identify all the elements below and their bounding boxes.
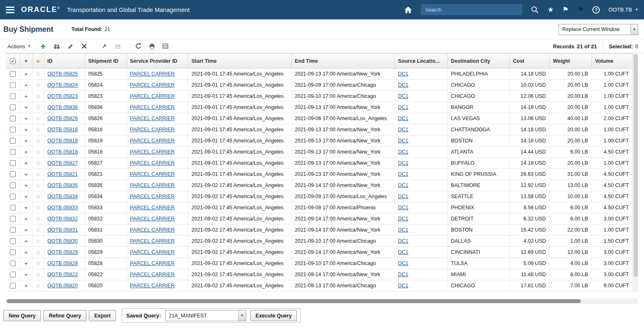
service-provider-link[interactable]: PARCEL CARRIER (130, 238, 175, 244)
table-row[interactable]: + ☆ OOTB.05825 05825 PARCEL CARRIER 2021… (6, 69, 632, 80)
table-row[interactable]: + ☆ OOTB.05818 05818 PARCEL CARRIER 2021… (6, 147, 632, 158)
shipment-id-link[interactable]: OOTB.05834 (48, 194, 78, 199)
table-row[interactable]: + ☆ OOTB.05823 05823 PARCEL CARRIER 2021… (6, 91, 632, 102)
table-row[interactable]: + ☆ OOTB.05824 05824 PARCEL CARRIER 2021… (6, 80, 632, 91)
home-icon[interactable] (404, 6, 412, 14)
delete-icon[interactable] (79, 41, 90, 51)
row-checkbox[interactable] (10, 216, 16, 222)
favorite-star-icon[interactable]: ☆ (36, 160, 41, 166)
expand-row-icon[interactable]: + (24, 160, 28, 166)
select-all-header[interactable]: ✓ (6, 54, 20, 69)
column-header-shipment-id[interactable]: Shipment ID (85, 54, 126, 69)
vertical-scrollbar[interactable] (632, 53, 638, 291)
actions-menu-button[interactable]: Actions ▼ (6, 43, 33, 50)
shipment-id-link[interactable]: OOTB.05816 (48, 127, 78, 133)
search-icon[interactable] (531, 6, 539, 14)
select-all-checkbox[interactable]: ✓ (10, 58, 16, 64)
expand-row-icon[interactable]: + (24, 182, 28, 189)
service-provider-link[interactable]: PARCEL CARRIER (130, 194, 175, 199)
source-location-link[interactable]: DC1 (398, 238, 409, 244)
table-row[interactable]: + ☆ OOTB.05816 05816 PARCEL CARRIER 2021… (6, 124, 632, 135)
table-row[interactable]: + ☆ OOTB.05820 05820 PARCEL CARRIER 2021… (6, 280, 632, 291)
favorite-star-icon[interactable]: ☆ (36, 282, 41, 289)
row-checkbox[interactable] (10, 127, 16, 133)
service-provider-link[interactable]: PARCEL CARRIER (130, 182, 175, 188)
edit-pencil-icon[interactable] (65, 41, 76, 51)
expand-row-icon[interactable]: + (24, 216, 28, 222)
expand-row-icon[interactable]: + (24, 249, 28, 256)
shipment-id-link[interactable]: OOTB.05822 (48, 272, 78, 277)
refresh-icon[interactable] (133, 41, 144, 51)
row-checkbox[interactable] (10, 149, 16, 155)
help-icon[interactable]: ? (592, 6, 600, 14)
service-provider-link[interactable]: PARCEL CARRIER (130, 116, 175, 121)
expand-row-icon[interactable]: + (24, 283, 28, 289)
expand-all-icon[interactable]: + (24, 58, 28, 64)
table-row[interactable]: + ☆ OOTB.05826 05826 PARCEL CARRIER 2021… (6, 113, 632, 124)
chevron-down-icon[interactable]: ▼ (630, 24, 638, 35)
tools-wrench-icon[interactable] (99, 41, 110, 51)
table-row[interactable]: + ☆ OOTB.05831 05831 PARCEL CARRIER 2021… (6, 225, 632, 236)
service-provider-link[interactable]: PARCEL CARRIER (130, 283, 175, 289)
user-menu[interactable]: OOTB.TB ▼ (608, 7, 638, 13)
shipment-id-link[interactable]: OOTB.05829 (48, 249, 78, 255)
find-binoculars-icon[interactable] (52, 41, 62, 51)
favorite-star-icon[interactable]: ☆ (36, 238, 41, 244)
table-row[interactable]: + ☆ OOTB.05819 05819 PARCEL CARRIER 2021… (6, 135, 632, 147)
row-checkbox[interactable] (10, 93, 16, 99)
row-checkbox[interactable] (10, 116, 16, 121)
source-location-link[interactable]: DC1 (398, 116, 409, 121)
execute-query-button[interactable]: Execute Query (250, 310, 297, 321)
column-header-destination-city[interactable]: Destination City (447, 54, 509, 69)
source-location-link[interactable]: DC1 (398, 171, 409, 177)
source-location-link[interactable]: DC1 (398, 216, 409, 222)
expand-row-icon[interactable]: + (24, 238, 28, 244)
column-header-service-provider-id[interactable]: Service Provider ID (126, 54, 188, 69)
column-header-start-time[interactable]: Start Time (188, 54, 291, 69)
favorite-star-icon[interactable]: ☆ (36, 215, 41, 222)
column-header-weight[interactable]: Weight (549, 54, 592, 69)
favorite-star-icon[interactable]: ☆ (36, 204, 41, 211)
source-location-link[interactable]: DC1 (398, 260, 409, 266)
favorite-star-icon[interactable]: ☆ (36, 82, 41, 88)
table-row[interactable]: + ☆ OOTB.05822 05822 PARCEL CARRIER 2021… (6, 269, 632, 280)
expand-row-icon[interactable]: + (24, 93, 28, 99)
refine-query-button[interactable]: Refine Query (43, 310, 86, 321)
shipment-id-link[interactable]: OOTB.05836 (48, 104, 78, 110)
column-header-cost[interactable]: Cost (509, 54, 549, 69)
shipment-id-link[interactable]: OOTB.05818 (48, 149, 78, 155)
table-row[interactable]: + ☆ OOTB.05829 05829 PARCEL CARRIER 2021… (6, 247, 632, 258)
row-checkbox[interactable] (10, 82, 16, 88)
service-provider-link[interactable]: PARCEL CARRIER (130, 149, 175, 155)
source-location-link[interactable]: DC1 (398, 283, 409, 289)
expand-row-icon[interactable]: + (24, 82, 28, 88)
shipment-id-link[interactable]: OOTB.05830 (48, 238, 78, 244)
expand-row-icon[interactable]: + (24, 272, 28, 278)
star-icon[interactable]: ★ (36, 58, 41, 64)
favorite-star-icon[interactable]: ☆ (36, 71, 41, 77)
source-location-link[interactable]: DC1 (398, 227, 409, 233)
row-checkbox[interactable] (10, 104, 16, 110)
expand-row-icon[interactable]: + (24, 171, 28, 178)
expand-row-icon[interactable]: + (24, 205, 28, 211)
print-icon[interactable] (147, 41, 157, 51)
favorite-star-icon[interactable]: ☆ (36, 137, 41, 144)
service-provider-link[interactable]: PARCEL CARRIER (130, 127, 175, 133)
shipment-id-link[interactable]: OOTB.05823 (48, 93, 78, 99)
shipment-id-link[interactable]: OOTB.05831 (48, 227, 78, 233)
saved-query-select[interactable]: 21A_MANIFEST ▼ (165, 310, 246, 321)
horizontal-scrollbar-thumb[interactable] (7, 299, 581, 303)
shipment-id-link[interactable]: OOTB.05835 (48, 182, 78, 188)
service-provider-link[interactable]: PARCEL CARRIER (130, 93, 175, 99)
dark-flag-icon[interactable]: ⚑ (577, 6, 584, 13)
window-mode-select[interactable]: Replace Current Window ▼ (558, 24, 638, 35)
source-location-link[interactable]: DC1 (398, 149, 409, 155)
table-row[interactable]: + ☆ OOTB.05830 05830 PARCEL CARRIER 2021… (6, 236, 632, 247)
expand-row-icon[interactable]: + (24, 127, 28, 133)
row-checkbox[interactable] (10, 205, 16, 211)
favorite-star-icon[interactable]: ☆ (36, 227, 41, 233)
service-provider-link[interactable]: PARCEL CARRIER (130, 71, 175, 77)
column-header-end-time[interactable]: End Time (291, 54, 394, 69)
service-provider-link[interactable]: PARCEL CARRIER (130, 138, 175, 144)
favorite-star-icon[interactable]: ☆ (36, 126, 41, 133)
